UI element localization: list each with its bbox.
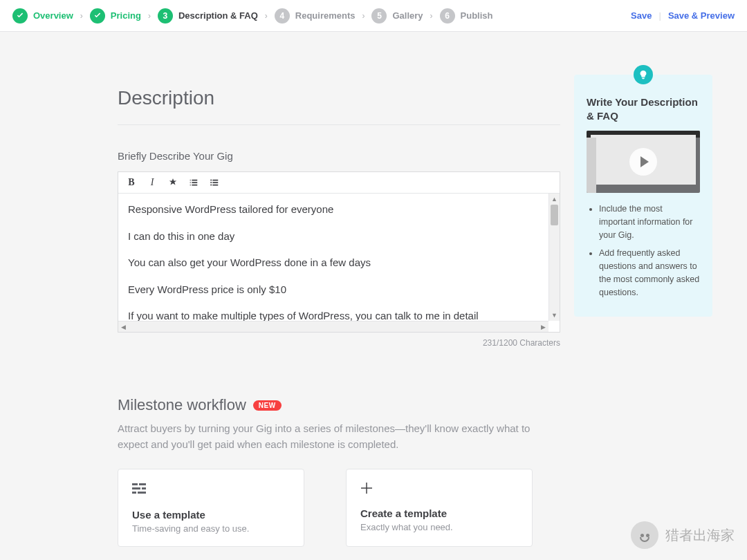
italic-button[interactable]: I	[146, 176, 158, 189]
field-label: Briefly Describe Your Gig	[118, 150, 560, 162]
step-label: Publish	[461, 10, 493, 21]
help-tooltip: Write Your Description & FAQ Include the…	[574, 75, 712, 317]
create-template-card[interactable]: Create a template Exactly what you need.	[346, 469, 533, 547]
milestone-description: Attract buyers by turning your Gig into …	[118, 421, 560, 452]
play-icon	[629, 148, 657, 176]
watermark-text: 猎者出海家	[665, 526, 735, 545]
step-number: 4	[275, 8, 290, 24]
step-label: Description & FAQ	[178, 10, 258, 21]
card-title: Create a template	[360, 507, 518, 519]
chevron-right-icon: ›	[426, 11, 437, 21]
top-actions: Save | Save & Preview	[631, 10, 735, 21]
watermark-icon	[631, 521, 658, 549]
svg-rect-6	[142, 487, 146, 489]
step-label: Overview	[33, 10, 73, 21]
save-link[interactable]: Save	[631, 10, 652, 21]
lightbulb-icon	[634, 65, 653, 84]
horizontal-scrollbar[interactable]: ◀▶	[118, 321, 548, 332]
vertical-scrollbar[interactable]: ▲ ▼	[548, 194, 560, 321]
chevron-right-icon: ›	[76, 11, 87, 21]
svg-rect-8	[138, 492, 146, 494]
step-label: Gallery	[392, 10, 423, 21]
step-label: Requirements	[295, 10, 356, 21]
ordered-list-button[interactable]	[187, 176, 200, 189]
chevron-right-icon: ›	[261, 11, 272, 21]
new-badge: NEW	[253, 400, 282, 411]
editor-textarea[interactable]: Responsive WordPress tailored for everyo…	[118, 194, 560, 332]
template-icon	[132, 482, 290, 499]
char-counter: 231/1200 Characters	[118, 338, 560, 348]
step-number: 5	[371, 8, 387, 24]
steps-list: Overview › Pricing › 3 Description & FAQ…	[12, 8, 493, 24]
check-icon	[12, 8, 28, 24]
editor-line: I can do this in one day	[128, 229, 550, 245]
svg-point-1	[210, 182, 212, 183]
editor-toolbar: B I	[118, 172, 560, 194]
svg-rect-3	[132, 483, 138, 485]
step-requirements[interactable]: 4 Requirements	[275, 8, 356, 24]
section-title: Description	[118, 87, 560, 125]
editor-line: You can also get your WordPress done in …	[128, 255, 550, 271]
svg-rect-5	[132, 487, 140, 489]
step-overview[interactable]: Overview	[12, 8, 73, 24]
svg-point-0	[210, 179, 212, 180]
help-tip: Include the most important information f…	[599, 203, 700, 241]
help-video[interactable]	[587, 131, 700, 193]
bold-button[interactable]: B	[125, 176, 138, 189]
step-publish[interactable]: 6 Publish	[440, 8, 493, 24]
watermark: 猎者出海家	[631, 521, 735, 549]
step-gallery[interactable]: 5 Gallery	[371, 8, 423, 24]
rich-text-editor: B I Responsive WordPress tailored for ev…	[118, 171, 560, 333]
step-description[interactable]: 3 Description & FAQ	[158, 8, 258, 24]
card-title: Use a template	[132, 509, 290, 521]
check-icon	[90, 8, 105, 24]
help-tips-list: Include the most important information f…	[587, 203, 700, 299]
step-bar: Overview › Pricing › 3 Description & FAQ…	[0, 0, 747, 32]
card-subtitle: Exactly what you need.	[360, 522, 518, 532]
svg-rect-4	[139, 483, 146, 485]
save-preview-link[interactable]: Save & Preview	[668, 10, 735, 21]
help-title: Write Your Description & FAQ	[587, 95, 700, 122]
use-template-card[interactable]: Use a template Time-saving and easy to u…	[118, 469, 304, 547]
svg-rect-7	[132, 492, 136, 494]
svg-point-2	[210, 184, 212, 185]
step-number: 3	[158, 8, 173, 24]
step-label: Pricing	[111, 10, 141, 21]
chevron-right-icon: ›	[144, 11, 155, 21]
step-pricing[interactable]: Pricing	[90, 8, 141, 24]
separator: |	[658, 10, 661, 21]
chevron-right-icon: ›	[358, 11, 369, 21]
plus-icon	[360, 482, 518, 498]
milestone-title: Milestone workflow	[118, 396, 246, 414]
step-number: 6	[440, 8, 455, 24]
editor-line: Responsive WordPress tailored for everyo…	[128, 202, 550, 218]
highlight-button[interactable]	[167, 176, 179, 189]
editor-line: Every WordPress price is only $10	[128, 282, 550, 298]
unordered-list-button[interactable]	[208, 176, 221, 189]
card-subtitle: Time-saving and easy to use.	[132, 523, 290, 534]
help-tip: Add frequently asked questions and answe…	[599, 247, 700, 299]
milestone-section: Milestone workflow NEW Attract buyers by…	[118, 396, 560, 547]
